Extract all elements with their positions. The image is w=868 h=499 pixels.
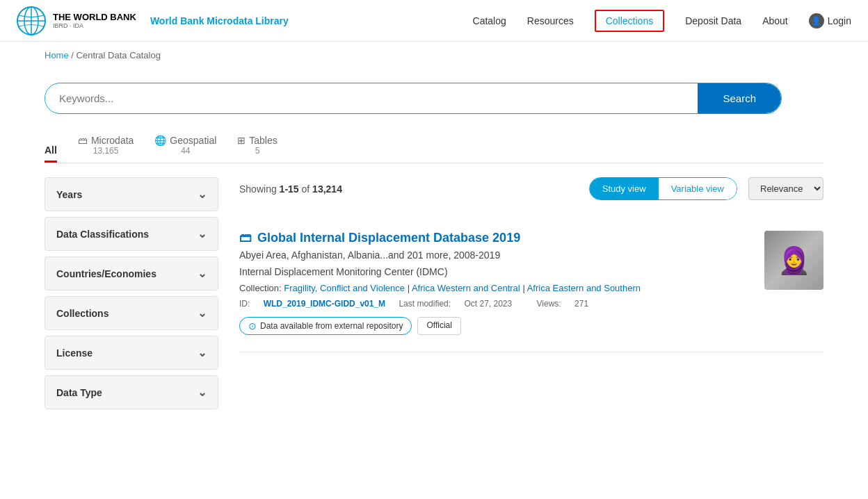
logo-container[interactable]: THE WORLD BANK IBRD · IDA xyxy=(17,6,136,35)
result-meta: ID: WLD_2019_IDMC-GIDD_v01_M Last modifi… xyxy=(239,299,750,309)
tab-microdata-label: Microdata xyxy=(91,135,134,146)
filter-data-classifications: Data Classifications ⌄ xyxy=(45,217,218,251)
id-value-link[interactable]: WLD_2019_IDMC-GIDD_v01_M xyxy=(264,299,385,309)
views-label: Views: 271 xyxy=(537,299,600,309)
results-header: Showing 1-15 of 13,214 Study view Variab… xyxy=(239,177,823,200)
collection-link-3[interactable]: Africa Eastern and Southern xyxy=(527,283,641,293)
content-layout: Years ⌄ Data Classifications ⌄ Countries… xyxy=(45,177,823,415)
nav-deposit-data[interactable]: Deposit Data xyxy=(685,15,741,26)
tables-icon: ⊞ xyxy=(237,135,246,146)
external-repo-icon: ⊙ xyxy=(248,320,257,332)
filter-license-chevron-icon: ⌄ xyxy=(198,346,207,359)
nav-catalog[interactable]: Catalog xyxy=(473,15,506,26)
result-collection: Collection: Fragility, Conflict and Viol… xyxy=(239,283,750,293)
search-section: Search xyxy=(45,69,823,135)
tab-tables-count: 5 xyxy=(255,146,260,156)
result-card: 🗃 Global Internal Displacement Database … xyxy=(239,214,823,352)
filter-years: Years ⌄ xyxy=(45,177,218,211)
filter-countries-label: Countries/Economies xyxy=(56,268,156,279)
filter-collections-chevron-icon: ⌄ xyxy=(198,306,207,320)
filter-collections-label: Collections xyxy=(56,308,108,319)
filter-data-type-chevron-icon: ⌄ xyxy=(198,386,207,399)
nav-collections[interactable]: Collections xyxy=(595,10,664,32)
sidebar: Years ⌄ Data Classifications ⌄ Countries… xyxy=(45,177,218,415)
tab-geospatial-count: 44 xyxy=(181,146,190,156)
modified-value: Oct 27, 2023 xyxy=(464,299,512,309)
filter-data-classifications-chevron-icon: ⌄ xyxy=(198,227,207,240)
results-area: Showing 1-15 of 13,214 Study view Variab… xyxy=(239,177,823,415)
result-card-content: 🗃 Global Internal Displacement Database … xyxy=(239,231,750,335)
result-title-link[interactable]: 🗃 Global Internal Displacement Database … xyxy=(239,231,750,245)
filter-data-type: Data Type ⌄ xyxy=(45,375,218,409)
results-range: 1-15 xyxy=(280,183,299,195)
tab-all-label: All xyxy=(45,145,57,156)
nav-about[interactable]: About xyxy=(762,15,788,26)
tab-microdata-count: 13,165 xyxy=(93,146,119,156)
views-value: 271 xyxy=(574,299,588,309)
filter-countries-chevron-icon: ⌄ xyxy=(198,267,207,280)
main-nav: Catalog Resources Collections Deposit Da… xyxy=(473,10,851,32)
search-bar: Search xyxy=(45,83,782,114)
geospatial-icon: 🌐 xyxy=(154,135,166,146)
id-label: ID: WLD_2019_IDMC-GIDD_v01_M xyxy=(239,299,387,309)
result-tags: ⊙ Data available from external repositor… xyxy=(239,317,750,335)
result-organization: Internal Displacement Monitoring Center … xyxy=(239,266,750,277)
thumbnail-figure-icon: 🧕 xyxy=(778,245,810,276)
result-subtitle: Abyei Area, Afghanistan, Albania...and 2… xyxy=(239,250,750,261)
tab-geospatial[interactable]: 🌐 Geospatial 44 xyxy=(154,135,216,163)
of-label: of xyxy=(302,183,310,195)
view-toggle: Study view Variable view xyxy=(589,177,737,200)
collection-label: Collection: xyxy=(239,283,282,293)
filter-data-type-header[interactable]: Data Type ⌄ xyxy=(45,376,218,409)
main-content: Search All 🗃 Microdata 13,165 🌐 Geospati… xyxy=(0,69,868,415)
user-avatar-icon: 👤 xyxy=(809,13,824,28)
collection-link-1[interactable]: Fragility, Conflict and Violence xyxy=(284,283,405,293)
filter-years-header[interactable]: Years ⌄ xyxy=(45,178,218,211)
filter-collections: Collections ⌄ xyxy=(45,296,218,330)
tag-external-repo: ⊙ Data available from external repositor… xyxy=(239,317,412,335)
breadcrumb-separator: / xyxy=(71,50,76,60)
filter-data-classifications-label: Data Classifications xyxy=(56,229,149,240)
showing-label: Showing xyxy=(239,183,277,195)
tab-all[interactable]: All xyxy=(45,145,57,163)
filter-collections-header[interactable]: Collections ⌄ xyxy=(45,297,218,329)
variable-view-button[interactable]: Variable view xyxy=(659,178,737,199)
tabs-section: All 🗃 Microdata 13,165 🌐 Geospatial 44 ⊞… xyxy=(45,135,823,163)
search-input[interactable] xyxy=(45,84,698,113)
collection-link-2[interactable]: Africa Western and Central xyxy=(412,283,520,293)
tab-tables[interactable]: ⊞ Tables 5 xyxy=(237,135,277,163)
results-total: 13,214 xyxy=(312,183,342,195)
filter-data-type-label: Data Type xyxy=(56,387,102,398)
result-thumbnail: 🧕 xyxy=(764,231,823,290)
library-link[interactable]: World Bank Microdata Library xyxy=(150,15,289,26)
tag-official: Official xyxy=(417,317,460,335)
filter-license-label: License xyxy=(56,347,93,359)
main-header: THE WORLD BANK IBRD · IDA World Bank Mic… xyxy=(0,0,868,42)
nav-resources[interactable]: Resources xyxy=(527,15,574,26)
modified-label: Last modified: Oct 27, 2023 xyxy=(399,299,525,309)
search-button[interactable]: Search xyxy=(698,83,781,113)
filter-countries-header[interactable]: Countries/Economies ⌄ xyxy=(45,257,218,290)
tab-tables-label: Tables xyxy=(249,135,277,146)
bank-name-label: THE WORLD BANK xyxy=(53,12,136,22)
login-label: Login xyxy=(828,15,851,26)
filter-license-header[interactable]: License ⌄ xyxy=(45,336,218,369)
login-button[interactable]: 👤 Login xyxy=(809,13,851,28)
breadcrumb: Home / Central Data Catalog xyxy=(0,42,868,69)
database-icon: 🗃 xyxy=(239,231,252,245)
breadcrumb-home[interactable]: Home xyxy=(45,50,69,60)
study-view-button[interactable]: Study view xyxy=(590,178,659,199)
filter-years-label: Years xyxy=(56,189,82,200)
tab-microdata[interactable]: 🗃 Microdata 13,165 xyxy=(78,135,134,163)
filter-license: License ⌄ xyxy=(45,336,218,370)
logo-text-block: THE WORLD BANK IBRD · IDA xyxy=(53,12,136,29)
tag-official-label: Official xyxy=(426,320,451,330)
sort-select[interactable]: Relevance Date Title xyxy=(748,177,823,200)
filter-years-chevron-icon: ⌄ xyxy=(198,188,207,201)
filter-data-classifications-header[interactable]: Data Classifications ⌄ xyxy=(45,218,218,250)
result-title-text: Global Internal Displacement Database 20… xyxy=(257,231,520,245)
tab-geospatial-label: Geospatial xyxy=(170,135,216,146)
bank-sub-label: IBRD · IDA xyxy=(53,22,136,29)
breadcrumb-current: Central Data Catalog xyxy=(77,50,161,60)
microdata-icon: 🗃 xyxy=(78,135,88,146)
